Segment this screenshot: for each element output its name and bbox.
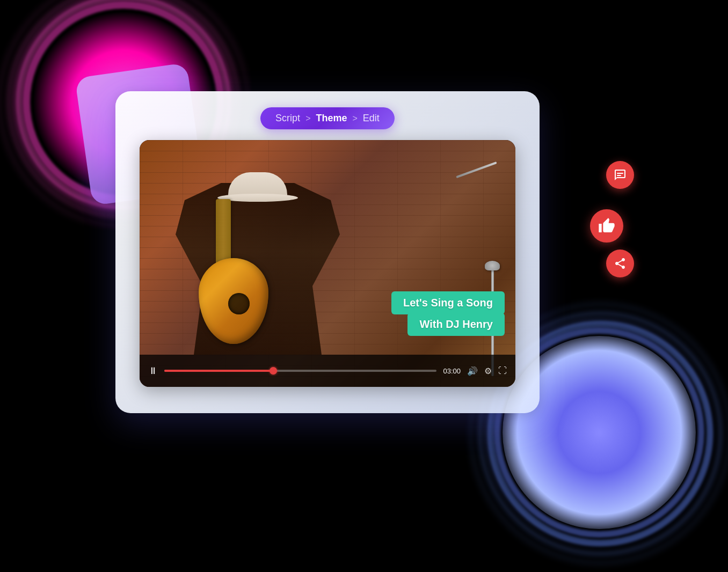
share-icon	[614, 257, 627, 270]
video-title-line1: Let's Sing a Song	[391, 291, 505, 314]
guitar	[188, 204, 285, 344]
fullscreen-button[interactable]: ⛶	[498, 366, 507, 376]
volume-button[interactable]: 🔊	[467, 366, 478, 376]
pause-button[interactable]: ⏸	[148, 365, 158, 377]
video-controls-bar: ⏸ 03:00 🔊 ⚙ ⛶	[140, 355, 515, 387]
guitar-body	[199, 258, 268, 344]
breadcrumb-pill: Script > Theme > Edit	[260, 107, 395, 129]
breadcrumb-step3[interactable]: Edit	[363, 113, 380, 124]
progress-fill	[164, 370, 273, 372]
settings-button[interactable]: ⚙	[484, 366, 492, 376]
svg-rect-1	[617, 175, 621, 176]
mic-head	[485, 261, 500, 270]
guitar-soundhole	[228, 293, 250, 314]
fab-like-button[interactable]	[590, 209, 623, 243]
fab-share-button[interactable]	[606, 250, 634, 277]
thumbs-up-icon	[598, 217, 615, 234]
video-player[interactable]: Let's Sing a Song With DJ Henry ⏸ 03:00 …	[140, 140, 515, 387]
hat-top	[228, 172, 287, 196]
progress-bar[interactable]	[164, 370, 436, 372]
svg-rect-0	[617, 173, 623, 174]
hat	[225, 172, 290, 202]
guitarist-figure	[156, 167, 360, 355]
comment-icon	[614, 168, 627, 181]
breadcrumb-sep1: >	[305, 114, 310, 123]
time-display: 03:00	[443, 367, 461, 375]
fab-comment-button[interactable]	[606, 161, 634, 189]
breadcrumb-step1[interactable]: Script	[275, 113, 300, 124]
breadcrumb-step2[interactable]: Theme	[316, 113, 347, 124]
breadcrumb-sep2: >	[353, 114, 358, 123]
video-title-line2: With DJ Henry	[407, 313, 505, 336]
scene: Script > Theme > Edit	[0, 0, 728, 572]
progress-dot	[270, 367, 277, 375]
main-card: Script > Theme > Edit	[115, 91, 540, 413]
